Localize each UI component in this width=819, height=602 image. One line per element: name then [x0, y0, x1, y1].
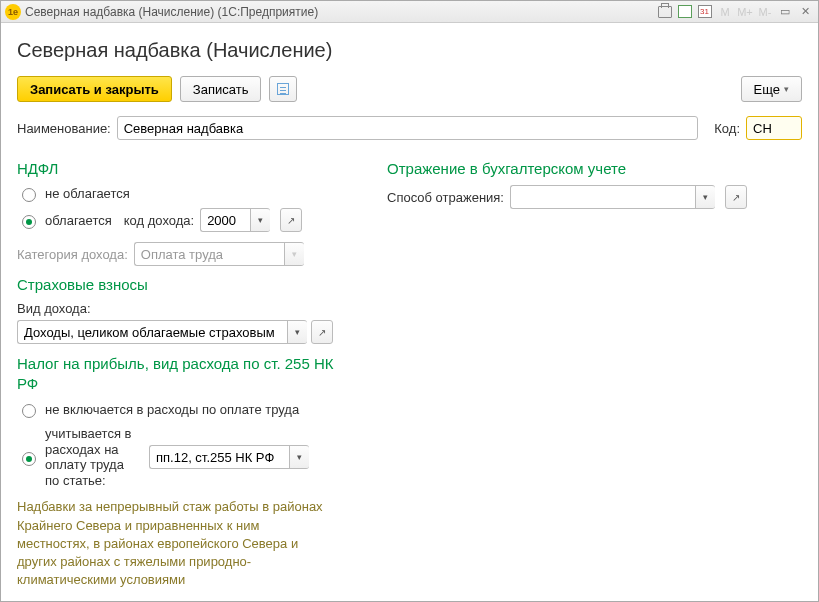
accounting-header: Отражение в бухгалтерском учете	[387, 160, 802, 177]
ndfl-taxed-radio[interactable]	[22, 215, 36, 229]
insurance-header: Страховые взносы	[17, 276, 357, 293]
print-icon[interactable]	[656, 4, 674, 20]
income-type-label: Вид дохода:	[17, 301, 357, 316]
profit-tax-header: Налог на прибыль, вид расхода по ст. 255…	[17, 354, 357, 393]
window-title: Северная надбавка (Начисление) (1С:Предп…	[25, 5, 318, 19]
reflection-method-label: Способ отражения:	[387, 190, 504, 205]
reflection-method-dropdown-icon[interactable]: ▾	[695, 185, 715, 209]
open-external-icon: ↗	[732, 192, 740, 203]
open-external-icon: ↗	[287, 215, 295, 226]
pt-article-dropdown-icon[interactable]: ▾	[289, 445, 309, 469]
save-button[interactable]: Записать	[180, 76, 262, 102]
toolbar: Записать и закрыть Записать Еще	[17, 76, 802, 102]
calendar-green-icon[interactable]	[676, 4, 694, 20]
minimize-icon[interactable]: ▭	[776, 4, 794, 20]
ndfl-not-taxed-label: не облагается	[45, 186, 130, 201]
income-category-dropdown-icon: ▾	[284, 242, 304, 266]
description-text: Надбавки за непрерывный стаж работы в ра…	[17, 498, 327, 589]
pt-not-included-radio[interactable]	[22, 404, 36, 418]
income-code-dropdown-icon[interactable]: ▾	[250, 208, 270, 232]
ndfl-header: НДФЛ	[17, 160, 357, 177]
close-icon[interactable]: ✕	[796, 4, 814, 20]
m-minus-button[interactable]: M-	[756, 4, 774, 20]
pt-included-label: учитывается в расходах на оплату труда п…	[45, 426, 135, 488]
income-type-input[interactable]	[17, 320, 287, 344]
income-code-label: код дохода:	[124, 213, 194, 228]
income-category-input	[134, 242, 284, 266]
list-icon	[277, 83, 289, 95]
more-button[interactable]: Еще	[741, 76, 802, 102]
pt-included-radio[interactable]	[22, 452, 36, 466]
m-plus-button[interactable]: M+	[736, 4, 754, 20]
income-type-dropdown-icon[interactable]: ▾	[287, 320, 307, 344]
name-input[interactable]	[117, 116, 699, 140]
app-icon: 1e	[5, 4, 21, 20]
list-button[interactable]	[269, 76, 297, 102]
window: 1e Северная надбавка (Начисление) (1С:Пр…	[0, 0, 819, 602]
ndfl-taxed-label: облагается	[45, 213, 112, 228]
income-code-open-button[interactable]: ↗	[280, 208, 302, 232]
pt-not-included-label: не включается в расходы по оплате труда	[45, 402, 299, 417]
open-external-icon: ↗	[318, 327, 326, 338]
reflection-method-input[interactable]	[510, 185, 695, 209]
income-category-label: Категория дохода:	[17, 247, 128, 262]
page-title: Северная надбавка (Начисление)	[17, 39, 802, 62]
code-label: Код:	[714, 121, 740, 136]
name-label: Наименование:	[17, 121, 111, 136]
income-type-open-button[interactable]: ↗	[311, 320, 333, 344]
titlebar: 1e Северная надбавка (Начисление) (1С:Пр…	[1, 1, 818, 23]
save-and-close-button[interactable]: Записать и закрыть	[17, 76, 172, 102]
income-code-input[interactable]	[200, 208, 250, 232]
reflection-method-open-button[interactable]: ↗	[725, 185, 747, 209]
ndfl-not-taxed-radio[interactable]	[22, 188, 36, 202]
pt-article-input[interactable]	[149, 445, 289, 469]
code-input[interactable]	[746, 116, 802, 140]
calendar-31-icon[interactable]	[696, 4, 714, 20]
m-button[interactable]: M	[716, 4, 734, 20]
